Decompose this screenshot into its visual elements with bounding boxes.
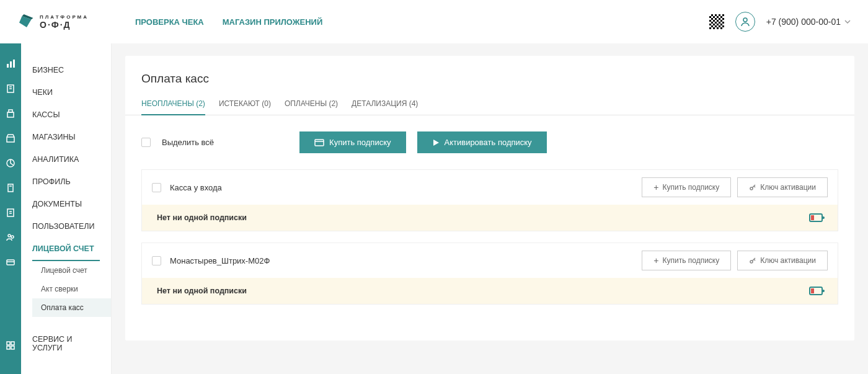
sub-item-account[interactable]: Лицевой счет bbox=[32, 261, 111, 280]
rail-documents-icon[interactable] bbox=[6, 208, 16, 218]
key-icon bbox=[749, 184, 756, 191]
phone-number: +7 (900) 000-00-01 bbox=[766, 17, 841, 27]
person-icon bbox=[740, 17, 750, 27]
sidebar-item-account[interactable]: ЛИЦЕВОЙ СЧЕТ bbox=[32, 238, 100, 261]
plus-icon: + bbox=[653, 182, 658, 192]
page-title: Оплата касс bbox=[125, 72, 854, 99]
svg-point-18 bbox=[8, 234, 11, 237]
user-avatar-icon[interactable] bbox=[735, 12, 755, 32]
tab-unpaid[interactable]: НЕОПЛАЧЕНЫ (2) bbox=[141, 99, 205, 115]
qr-icon[interactable] bbox=[709, 14, 724, 29]
svg-point-32 bbox=[750, 260, 753, 263]
link-check-receipt[interactable]: ПРОВЕРКА ЧЕКА bbox=[135, 17, 204, 27]
rail-business-icon[interactable] bbox=[6, 59, 16, 69]
tab-expiring[interactable]: ИСТЕКАЮТ (0) bbox=[219, 99, 271, 115]
svg-point-19 bbox=[11, 236, 14, 238]
kkt-name: Монастырев_Штрих-М02Ф bbox=[170, 256, 270, 265]
sidebar-item-kkt[interactable]: КАССЫ bbox=[21, 104, 111, 126]
kkt-name: Касса у входа bbox=[170, 183, 222, 192]
rail-receipts-icon[interactable] bbox=[6, 84, 16, 94]
svg-rect-25 bbox=[11, 346, 14, 349]
svg-rect-13 bbox=[8, 184, 13, 192]
main-content: Оплата касс НЕОПЛАЧЕНЫ (2) ИСТЕКАЮТ (0) … bbox=[112, 0, 868, 374]
tab-paid[interactable]: ОПЛАЧЕНЫ (2) bbox=[285, 99, 338, 115]
select-all-label: Выделить всё bbox=[162, 138, 214, 147]
rail-account-icon[interactable] bbox=[6, 257, 16, 267]
logo-brand-text: О·Ф·Д bbox=[40, 20, 89, 30]
svg-marker-28 bbox=[433, 140, 439, 146]
sidebar-item-analytics[interactable]: АНАЛИТИКА bbox=[21, 148, 111, 171]
battery-low-icon bbox=[809, 213, 823, 222]
svg-line-31 bbox=[754, 186, 755, 187]
plus-icon: + bbox=[653, 256, 658, 265]
key-icon bbox=[749, 257, 756, 264]
sidebar-item-services[interactable]: СЕРВИС И УСЛУГИ bbox=[21, 328, 111, 359]
topbar: ПЛАТФОРМА О·Ф·Д ПРОВЕРКА ЧЕКА МАГАЗИН ПР… bbox=[0, 0, 868, 43]
rail-users-icon[interactable] bbox=[6, 233, 16, 243]
kkt-key-button[interactable]: Ключ активации bbox=[737, 177, 828, 197]
sidebar-item-stores[interactable]: МАГАЗИНЫ bbox=[21, 126, 111, 148]
no-subscription-banner: Нет ни одной подписки bbox=[141, 205, 838, 231]
sidebar-item-documents[interactable]: ДОКУМЕНТЫ bbox=[21, 193, 111, 215]
kkt-key-button[interactable]: Ключ активации bbox=[737, 251, 828, 270]
svg-rect-10 bbox=[9, 110, 12, 112]
sub-item-payment[interactable]: Оплата касс bbox=[32, 298, 111, 317]
kkt-row: Касса у входа +Купить подписку Ключ акти… bbox=[141, 169, 838, 205]
battery-low-icon bbox=[809, 287, 823, 295]
select-all-checkbox[interactable] bbox=[141, 138, 151, 147]
icon-rail bbox=[0, 0, 21, 374]
tab-detail[interactable]: ДЕТАЛИЗАЦИЯ (4) bbox=[352, 99, 418, 115]
svg-point-2 bbox=[743, 18, 747, 22]
kkt-checkbox[interactable] bbox=[152, 256, 161, 265]
tabs: НЕОПЛАЧЕНЫ (2) ИСТЕКАЮТ (0) ОПЛАЧЕНЫ (2)… bbox=[125, 99, 854, 115]
rail-services-icon[interactable] bbox=[6, 341, 16, 350]
svg-rect-24 bbox=[7, 346, 10, 349]
svg-point-29 bbox=[750, 187, 753, 190]
sidebar-item-users[interactable]: ПОЛЬЗОВАТЕЛИ bbox=[21, 215, 111, 238]
sidebar: БИЗНЕС ЧЕКИ КАССЫ МАГАЗИНЫ АНАЛИТИКА ПРО… bbox=[21, 0, 112, 374]
no-subscription-text: Нет ни одной подписки bbox=[157, 213, 247, 222]
svg-rect-26 bbox=[315, 140, 324, 146]
svg-rect-5 bbox=[13, 60, 15, 68]
svg-rect-20 bbox=[7, 260, 14, 265]
svg-rect-4 bbox=[10, 61, 12, 68]
svg-rect-9 bbox=[7, 112, 14, 117]
sidebar-item-receipts[interactable]: ЧЕКИ bbox=[21, 81, 111, 104]
phone-dropdown[interactable]: +7 (900) 000-00-01 bbox=[766, 17, 851, 27]
card-icon bbox=[314, 139, 324, 146]
logo-platform-text: ПЛАТФОРМА bbox=[40, 14, 89, 20]
kkt-buy-button[interactable]: +Купить подписку bbox=[642, 251, 731, 270]
play-icon bbox=[432, 139, 440, 146]
sidebar-item-business[interactable]: БИЗНЕС bbox=[21, 59, 111, 81]
buy-subscription-button[interactable]: Купить подписку bbox=[299, 131, 405, 153]
top-links: ПРОВЕРКА ЧЕКА МАГАЗИН ПРИЛОЖЕНИЙ bbox=[135, 17, 322, 27]
svg-rect-15 bbox=[7, 209, 14, 216]
logo[interactable]: ПЛАТФОРМА О·Ф·Д bbox=[17, 12, 110, 31]
svg-rect-23 bbox=[11, 342, 14, 345]
rail-profile-icon[interactable] bbox=[6, 183, 16, 193]
no-subscription-banner: Нет ни одной подписки bbox=[141, 278, 838, 305]
svg-rect-22 bbox=[7, 342, 10, 345]
logo-icon bbox=[17, 12, 36, 31]
no-subscription-text: Нет ни одной подписки bbox=[157, 287, 247, 295]
rail-analytics-icon[interactable] bbox=[6, 158, 16, 168]
svg-rect-3 bbox=[7, 64, 9, 68]
link-app-store[interactable]: МАГАЗИН ПРИЛОЖЕНИЙ bbox=[223, 17, 323, 27]
sub-item-akt[interactable]: Акт сверки bbox=[32, 280, 111, 298]
chevron-down-icon bbox=[844, 20, 851, 24]
activate-subscription-button[interactable]: Активировать подписку bbox=[417, 131, 547, 153]
kkt-buy-button[interactable]: +Купить подписку bbox=[642, 177, 731, 197]
rail-stores-icon[interactable] bbox=[6, 133, 16, 143]
svg-line-34 bbox=[754, 259, 755, 260]
kkt-checkbox[interactable] bbox=[152, 183, 161, 192]
rail-kkt-icon[interactable] bbox=[6, 109, 16, 118]
sidebar-item-profile[interactable]: ПРОФИЛЬ bbox=[21, 171, 111, 193]
kkt-row: Монастырев_Штрих-М02Ф +Купить подписку К… bbox=[141, 243, 838, 278]
